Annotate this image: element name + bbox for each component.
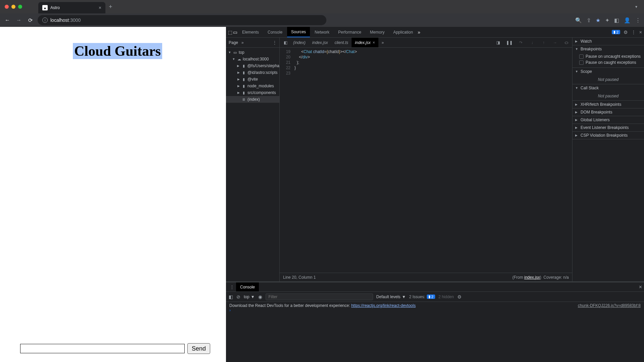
log-levels-selector[interactable]: Default levels ▼ [376, 295, 406, 299]
step-out-icon[interactable]: ↑ [539, 40, 548, 45]
step-over-icon[interactable]: ↷ [516, 40, 525, 45]
file-tree-folder[interactable]: ▶▮@id/astro:scripts [226, 69, 279, 76]
console-issues[interactable]: 2 Issues: ▮ 2 [409, 295, 435, 299]
csp-section[interactable]: ▶CSP Violation Breakpoints [572, 132, 644, 139]
scope-section[interactable]: ▼Scope [572, 68, 644, 75]
console-filter-input[interactable] [266, 293, 373, 300]
new-tab-button[interactable]: + [109, 3, 112, 10]
clear-console-icon[interactable]: ⊘ [236, 294, 240, 300]
from-file-link[interactable]: index.jsx [524, 275, 540, 280]
page-subtab[interactable]: Page [229, 40, 238, 45]
tab-application[interactable]: Application [389, 27, 417, 37]
breakpoints-section[interactable]: ▼Breakpoints [572, 45, 644, 53]
pause-icon[interactable]: ❚❚ [505, 40, 514, 45]
reload-button[interactable]: ⟳ [26, 16, 34, 24]
more-editor-tabs-icon[interactable]: » [378, 40, 387, 45]
hidden-count[interactable]: 2 hidden [439, 295, 454, 299]
send-button[interactable]: Send [187, 343, 210, 354]
drawer-menu-icon[interactable]: ⋮ [228, 285, 236, 289]
file-tree-top[interactable]: ▼▭top [226, 49, 279, 56]
kebab-menu-icon[interactable]: ⋮ [631, 30, 636, 35]
inspect-icon[interactable]: ⬚ [228, 30, 232, 35]
tab-console[interactable]: Console [264, 27, 286, 37]
extensions-icon[interactable]: ✦ [605, 17, 609, 24]
file-tree-file[interactable]: 🗎(index) [226, 96, 279, 103]
tab-network[interactable]: Network [311, 27, 333, 37]
close-drawer-icon[interactable]: × [639, 284, 642, 290]
console-sidebar-icon[interactable]: ◧ [229, 294, 233, 300]
chat-input[interactable] [20, 344, 185, 353]
more-tabs-icon[interactable]: » [418, 30, 420, 35]
console-drawer-tabs: ⋮ Console × [226, 282, 644, 292]
forward-button[interactable]: → [15, 16, 23, 24]
toggle-navigator-icon[interactable]: ◧ [281, 40, 290, 45]
console-drawer: ⋮ Console × ◧ ⊘ top ▼ ◉ Default levels ▼… [226, 281, 644, 362]
call-stack-section[interactable]: ▼Call Stack [572, 84, 644, 92]
log-link[interactable]: https://reactjs.org/link/react-devtools [351, 303, 416, 308]
search-icon[interactable]: 🔍 [575, 17, 582, 24]
editor-tab[interactable]: index.jsx [309, 38, 331, 47]
file-tree-folder[interactable]: ▶▮node_modules [226, 83, 279, 89]
close-editor-tab-icon[interactable]: × [373, 40, 375, 45]
file-tree-folder[interactable]: ▶▮src/components [226, 89, 279, 96]
step-into-icon[interactable]: ↓ [528, 40, 537, 45]
bookmark-star-icon[interactable]: ★ [596, 17, 600, 24]
live-expression-icon[interactable]: ◉ [258, 294, 262, 300]
tab-elements[interactable]: Elements [238, 27, 263, 37]
tab-strip: ▲ Astro × + [38, 0, 112, 13]
minimize-window-button[interactable] [11, 5, 15, 9]
dom-bp-section[interactable]: ▶DOM Breakpoints [572, 108, 644, 116]
watch-section[interactable]: ▶Watch [572, 38, 644, 45]
address-bar[interactable]: i localhost:3000 [38, 15, 326, 25]
issues-badge[interactable]: ▮ 2 [612, 30, 620, 34]
site-info-icon[interactable]: i [42, 17, 48, 23]
tab-title: Astro [50, 5, 60, 10]
share-icon[interactable]: ⇪ [587, 17, 591, 24]
console-output[interactable]: chunk-DFKQJ226.js?v=d89583bf:8 Download … [226, 302, 644, 362]
global-listeners-section[interactable]: ▶Global Listeners [572, 116, 644, 124]
close-window-button[interactable] [5, 5, 9, 9]
file-tree-folder[interactable]: ▶▮@fs/Users/stepha [226, 62, 279, 69]
toggle-debugger-icon[interactable]: ◨ [494, 40, 502, 45]
settings-icon[interactable]: ⚙ [624, 30, 628, 35]
sources-navigator: Page » ⋮ ▼▭top ▼☁localhost:3000 ▶▮@fs/Us… [226, 38, 280, 281]
browser-tab[interactable]: ▲ Astro × [38, 2, 105, 13]
menu-icon[interactable]: ⋮ [635, 17, 641, 24]
tab-sources[interactable]: Sources [287, 27, 310, 37]
navigator-menu-icon[interactable]: ⋮ [273, 40, 277, 45]
tab-dropdown-icon[interactable]: ▾ [635, 4, 639, 9]
tab-performance[interactable]: Performance [334, 27, 365, 37]
log-source-link[interactable]: chunk-DFKQJ226.js?v=d89583bf:8 [578, 303, 641, 308]
more-subtabs-icon[interactable]: » [241, 40, 244, 45]
step-icon[interactable]: → [551, 40, 559, 45]
device-toggle-icon[interactable]: ▭ [233, 30, 237, 35]
tab-memory[interactable]: Memory [366, 27, 388, 37]
console-settings-icon[interactable]: ⚙ [457, 294, 462, 300]
file-tree-host[interactable]: ▼☁localhost:3000 [226, 56, 279, 62]
pause-uncaught-checkbox[interactable]: Pause on uncaught exceptions [579, 53, 641, 59]
editor-tab[interactable]: client.ts [331, 38, 352, 47]
window-titlebar: ▲ Astro × + ▾ [0, 0, 644, 13]
console-drawer-tab[interactable]: Console [236, 282, 259, 291]
maximize-window-button[interactable] [18, 5, 22, 9]
close-devtools-icon[interactable]: × [639, 30, 642, 35]
browser-toolbar: ← → ⟳ i localhost:3000 🔍 ⇪ ★ ✦ ◧ 👤 ⋮ [0, 13, 644, 27]
deactivate-breakpoints-icon[interactable]: ⬭ [562, 40, 571, 45]
page-heading[interactable]: Cloud Guitars [73, 43, 162, 59]
code-editor[interactable]: 19 20 21 22 23 <Chat chatId={chatId}></C… [280, 48, 572, 273]
debugger-sidebar: ▶Watch ▼Breakpoints Pause on uncaught ex… [572, 38, 644, 281]
pause-caught-checkbox[interactable]: Pause on caught exceptions [579, 59, 641, 65]
navigator-subtabs: Page » ⋮ [226, 38, 279, 48]
console-context-selector[interactable]: top ▼ [244, 295, 255, 299]
file-tree-folder[interactable]: ▶▮@vite [226, 76, 279, 83]
side-panel-icon[interactable]: ◧ [614, 17, 619, 24]
devtools-body: Page » ⋮ ▼▭top ▼☁localhost:3000 ▶▮@fs/Us… [226, 38, 644, 281]
editor-tab[interactable]: (index) [290, 38, 309, 47]
back-button[interactable]: ← [3, 16, 11, 24]
event-listener-section[interactable]: ▶Event Listener Breakpoints [572, 124, 644, 131]
profile-icon[interactable]: 👤 [624, 17, 631, 24]
xhr-section[interactable]: ▶XHR/fetch Breakpoints [572, 101, 644, 108]
close-tab-button[interactable]: × [99, 5, 101, 10]
callstack-not-paused: Not paused [572, 92, 644, 100]
editor-tab-active[interactable]: index.jsx× [352, 38, 378, 47]
